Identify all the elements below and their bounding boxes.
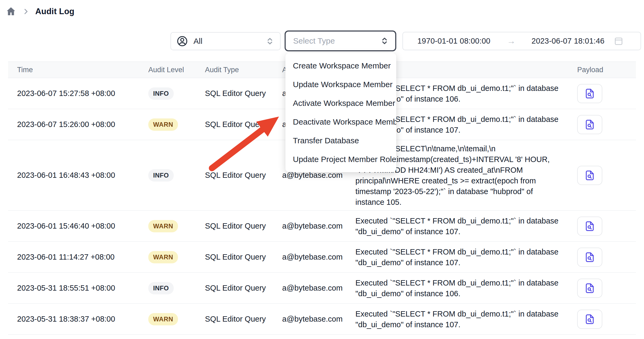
file-search-icon xyxy=(584,220,596,232)
type-filter-placeholder: Select Type xyxy=(293,36,335,45)
status-badge: INFO xyxy=(148,169,174,182)
table-row: 2023-06-01 11:14:27 +08:00 WARN SQL Edit… xyxy=(8,242,636,273)
status-badge: WARN xyxy=(148,220,178,232)
view-payload-button[interactable] xyxy=(577,217,602,236)
view-payload-button[interactable] xyxy=(577,248,602,267)
chevron-updown-icon xyxy=(380,36,389,46)
cell-comment: Executed `"SELECT * FROM db_ui_demo.t1;"… xyxy=(355,309,568,330)
status-badge: WARN xyxy=(148,313,178,325)
status-badge: INFO xyxy=(148,87,174,100)
file-search-icon xyxy=(584,251,596,263)
status-badge: WARN xyxy=(148,118,178,131)
table-row: 2023-05-31 18:55:51 +08:00 INFO SQL Edit… xyxy=(8,273,636,304)
cell-audit-type: SQL Editor Query xyxy=(203,120,281,129)
cell-comment: Executed `"SELECT * FROM db_ui_demo.t1;"… xyxy=(355,246,568,268)
cell-payload xyxy=(568,279,636,298)
view-payload-button[interactable] xyxy=(577,166,602,185)
cell-audit-level: INFO xyxy=(146,169,203,182)
actor-filter-value: All xyxy=(193,37,202,46)
type-filter-select[interactable]: Select Type xyxy=(285,30,396,51)
view-payload-button[interactable] xyxy=(577,310,602,329)
cell-time: 2023-06-01 11:14:27 +08:00 xyxy=(8,253,146,261)
col-header-payload: Payload xyxy=(568,66,636,74)
status-badge: INFO xyxy=(148,282,174,294)
cell-payload xyxy=(568,115,636,134)
date-range-end[interactable]: 2023-06-07 18:01:46 xyxy=(532,37,604,45)
table-row: 2023-05-31 18:38:37 +08:00 WARN SQL Edit… xyxy=(8,304,636,335)
calendar-icon[interactable] xyxy=(614,36,624,46)
cell-audit-level: WARN xyxy=(146,118,203,131)
home-icon[interactable] xyxy=(5,6,17,17)
view-payload-button[interactable] xyxy=(577,279,602,298)
user-circle-icon xyxy=(176,35,188,47)
page-title: Audit Log xyxy=(35,7,74,16)
audit-log-page: Audit Log All Select Type 1970-01-01 08:… xyxy=(0,0,644,339)
cell-actor: a@bytebase.com xyxy=(281,284,355,292)
cell-audit-level: INFO xyxy=(146,87,203,100)
cell-audit-type: SQL Editor Query xyxy=(203,171,281,180)
cell-audit-type: SQL Editor Query xyxy=(203,253,281,261)
file-search-icon xyxy=(584,118,596,131)
cell-audit-level: WARN xyxy=(146,313,203,325)
cell-audit-type: SQL Editor Query xyxy=(203,315,281,323)
cell-actor: a@bytebase.com xyxy=(281,222,355,230)
file-search-icon xyxy=(584,282,596,294)
file-search-icon xyxy=(584,87,596,100)
cell-audit-type: SQL Editor Query xyxy=(203,222,281,230)
actor-filter-select[interactable]: All xyxy=(170,32,281,50)
date-range-start[interactable]: 1970-01-01 08:00:00 xyxy=(417,37,490,45)
date-range-arrow-icon: → xyxy=(507,36,515,46)
view-payload-button[interactable] xyxy=(577,115,602,134)
cell-time: 2023-06-01 15:46:40 +08:00 xyxy=(8,222,146,230)
cell-payload xyxy=(568,248,636,267)
breadcrumb: Audit Log xyxy=(5,6,74,17)
col-header-audit-type: Audit Type xyxy=(203,66,281,74)
cell-payload xyxy=(568,166,636,185)
date-range-picker[interactable]: 1970-01-01 08:00:00 → 2023-06-07 18:01:4… xyxy=(402,32,641,50)
cell-actor: a@bytebase.com xyxy=(281,253,355,261)
cell-audit-level: WARN xyxy=(146,220,203,232)
cell-time: 2023-06-07 15:27:58 +08:00 xyxy=(8,89,146,98)
cell-audit-level: INFO xyxy=(146,282,203,294)
menu-item-update-project-member-role[interactable]: Update Project Member Role xyxy=(285,150,396,169)
cell-comment: Executed `"SELECT * FROM db_ui_demo.t1;"… xyxy=(355,278,568,299)
menu-item-create-workspace-member[interactable]: Create Workspace Member xyxy=(285,56,396,75)
type-dropdown-menu: Create Workspace Member Update Workspace… xyxy=(285,53,396,172)
cell-payload xyxy=(568,217,636,236)
cell-time: 2023-05-31 18:38:37 +08:00 xyxy=(8,315,146,323)
col-header-audit-level: Audit Level xyxy=(146,66,203,74)
menu-item-transfer-database[interactable]: Transfer Database xyxy=(285,131,396,150)
cell-time: 2023-06-07 15:26:00 +08:00 xyxy=(8,120,146,129)
cell-time: 2023-05-31 18:55:51 +08:00 xyxy=(8,284,146,292)
cell-payload xyxy=(568,84,636,103)
menu-item-update-workspace-member[interactable]: Update Workspace Member xyxy=(285,75,396,94)
cell-payload xyxy=(568,310,636,329)
cell-actor: a@bytebase.com xyxy=(281,315,355,323)
chevron-updown-icon xyxy=(265,36,275,46)
file-search-icon xyxy=(584,313,596,325)
cell-time: 2023-06-01 16:48:43 +08:00 xyxy=(8,171,146,180)
col-header-time: Time xyxy=(8,66,146,74)
menu-item-deactivate-workspace-member[interactable]: Deactivate Workspace Member xyxy=(285,113,396,131)
file-search-icon xyxy=(584,169,596,182)
cell-audit-level: WARN xyxy=(146,251,203,263)
table-row: 2023-06-01 15:46:40 +08:00 WARN SQL Edit… xyxy=(8,211,636,242)
view-payload-button[interactable] xyxy=(577,84,602,103)
cell-audit-type: SQL Editor Query xyxy=(203,284,281,292)
chevron-right-icon xyxy=(22,7,30,16)
cell-comment: Executed `"SELECT * FROM db_ui_demo.t1;"… xyxy=(355,215,568,237)
status-badge: WARN xyxy=(148,251,178,263)
cell-audit-type: SQL Editor Query xyxy=(203,89,281,98)
menu-item-activate-workspace-member[interactable]: Activate Workspace Member xyxy=(285,94,396,113)
